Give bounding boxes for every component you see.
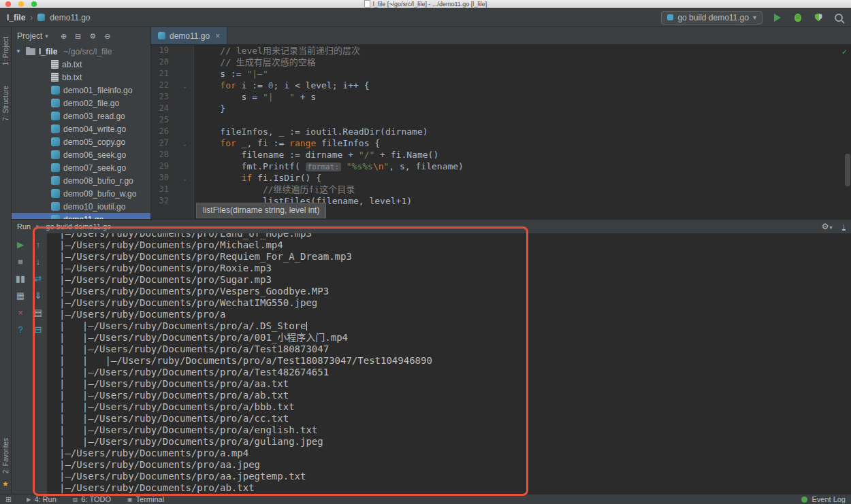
help-button[interactable]: ?	[18, 325, 22, 335]
console-line: | |—/Users/ruby/Documents/pro/a/Test4826…	[59, 367, 851, 378]
run-config-select[interactable]: go build demo11.go ▾	[661, 11, 762, 24]
settings-gear-icon[interactable]: ⚙▾	[822, 222, 833, 231]
tool-window-button-7-structure[interactable]: 7: Structure	[2, 86, 10, 121]
settings-gear-icon[interactable]: ⚙	[89, 33, 96, 40]
minimize-window-button[interactable]	[18, 1, 24, 7]
run-console[interactable]: |—/Users/ruby/Documents/pro/Land_of_Hope…	[47, 233, 851, 494]
restore-layout-button[interactable]: ▦	[16, 291, 25, 301]
tree-item-label: demo09_bufio_w.go	[63, 189, 136, 199]
console-line-text: |—/Users/ruby/Documents/pro/aa.jpegtemp.…	[59, 471, 306, 482]
play-icon	[774, 14, 781, 22]
6-todo-icon: ▨	[73, 497, 78, 503]
debug-button[interactable]	[792, 12, 803, 23]
fold-arrow-icon[interactable]: ›	[179, 144, 191, 147]
up-stack-trace-button[interactable]: ↑	[36, 240, 41, 250]
console-line: |—/Users/ruby/Documents/pro/Roxie.mp3	[59, 263, 851, 274]
tool-window-button-2-favorites[interactable]: 2: Favorites	[2, 438, 10, 473]
tree-item-label: demo10_ioutil.go	[63, 202, 125, 212]
console-line: | |—/Users/ruby/Documents/pro/a/bbb.txt	[59, 401, 851, 413]
dock-pinned-icon[interactable]: ↓	[842, 222, 846, 231]
coverage-button[interactable]	[813, 12, 824, 23]
down-stack-trace-button[interactable]: ↓	[36, 257, 41, 267]
console-line-text: | |—/Users/ruby/Documents/pro/a/guliang.…	[59, 436, 323, 447]
console-line: |—/Users/ruby/Documents/pro/Michael.mp4	[59, 239, 851, 251]
line-number: 26	[151, 126, 169, 137]
fold-arrow-icon[interactable]: ›	[179, 178, 191, 182]
code-text: }	[199, 103, 225, 114]
document-icon	[364, 0, 370, 7]
status-bar: ⊞ ▶4: Run▨6: TODO▣Terminal Event Log	[0, 494, 851, 504]
rerun-button[interactable]: ▶	[17, 240, 24, 250]
scroll-to-end-button[interactable]: ⇓	[35, 291, 42, 301]
clear-all-button[interactable]: ⊟	[35, 325, 42, 335]
tree-item-demo01-fileinfo-go[interactable]: demo01_fileinfo.go	[12, 84, 150, 97]
tree-item-label: demo04_write.go	[63, 124, 126, 134]
statusbar-item-terminal[interactable]: ▣Terminal	[127, 495, 164, 503]
tree-item-demo02-file-go[interactable]: demo02_file.go	[12, 97, 150, 110]
console-line-text: | |—/Users/ruby/Documents/pro/a/english.…	[59, 424, 317, 435]
console-line-text: | |—/Users/ruby/Documents/pro/a/Test1808…	[59, 343, 329, 354]
console-line-text: |—/Users/ruby/Documents/pro/WechatIMG550…	[59, 297, 317, 308]
console-line: | |—/Users/ruby/Documents/pro/a/guliang.…	[59, 436, 851, 448]
search-everywhere-button[interactable]	[833, 12, 844, 23]
tree-item-demo09-bufio-w-go[interactable]: demo09_bufio_w.go	[12, 187, 150, 200]
tool-window-switcher-icon[interactable]: ⊞	[5, 496, 12, 503]
close-tab-icon[interactable]: ×	[215, 31, 220, 41]
tree-item-demo03-read-go[interactable]: demo03_read.go	[12, 110, 150, 122]
tree-item-demo07-seek-go[interactable]: demo07_seek.go	[12, 161, 150, 174]
tool-window-button-1-project[interactable]: 1: Project	[2, 37, 10, 65]
toolbar-action-icons	[772, 12, 844, 23]
tree-item-label: demo08_bufio_r.go	[63, 176, 133, 186]
line-number: 22	[151, 80, 169, 91]
breadcrumb-project[interactable]: l_file	[7, 13, 25, 22]
tree-item-demo10-ioutil-go[interactable]: demo10_ioutil.go	[12, 200, 150, 213]
fold-arrow-icon[interactable]: ›	[179, 86, 191, 89]
go-file-icon	[51, 163, 60, 172]
close-window-button[interactable]	[5, 1, 11, 7]
line-number: 20	[151, 56, 169, 68]
line-number: 21	[151, 68, 169, 80]
statusbar-item-4-run[interactable]: ▶4: Run	[27, 495, 57, 503]
code-line: 26 fileInfos, _ := ioutil.ReadDir(dirnam…	[151, 126, 851, 137]
tree-item-bb-txt[interactable]: bb.txt	[12, 71, 150, 84]
code-text: s = "| " + s	[199, 91, 316, 103]
project-panel-title[interactable]: Project	[17, 31, 42, 41]
folder-icon	[26, 48, 35, 55]
tree-item-demo08-bufio-r-go[interactable]: demo08_bufio_r.go	[12, 174, 150, 187]
console-line: |—/Users/ruby/Documents/pro/ab.txt	[59, 482, 851, 494]
console-toolbar: ↑↓⇄⇓▤⊟	[29, 233, 47, 494]
breadcrumb-file[interactable]: demo11.go	[50, 13, 90, 22]
code-text: // 生成有层次感的空格	[199, 56, 316, 68]
tree-item-label: bb.txt	[62, 73, 82, 82]
tree-item-demo05-copy-go[interactable]: demo05_copy.go	[12, 135, 150, 148]
console-line: |—/Users/ruby/Documents/pro/Land_of_Hope…	[59, 233, 851, 239]
tab-demo11-go[interactable]: demo11.go ×	[151, 27, 227, 44]
print-button[interactable]: ▤	[34, 308, 42, 318]
code-line: 19 // level用来记录当前递归的层次	[151, 45, 851, 56]
close-button[interactable]: ×	[18, 308, 23, 318]
stop-button[interactable]: ■	[18, 257, 23, 267]
collapse-all-icon[interactable]: ⊟	[75, 33, 81, 40]
statusbar-item-6-todo[interactable]: ▨6: TODO	[73, 495, 111, 503]
chevron-down-icon[interactable]: ▾	[45, 33, 48, 39]
go-file-icon	[51, 176, 60, 185]
left-tool-strip: 1: Project7: Structure 2: Favorites ★	[0, 27, 12, 494]
event-log-button[interactable]: Event Log	[812, 495, 846, 503]
console-line-text: |—/Users/ruby/Documents/pro/Sugar.mp3	[59, 274, 272, 285]
tree-item-demo06-seek-go[interactable]: demo06_seek.go	[12, 148, 150, 161]
line-number: 32	[151, 195, 169, 207]
run-button[interactable]	[772, 12, 783, 23]
zoom-window-button[interactable]	[31, 1, 37, 7]
tree-item-ab-txt[interactable]: ab.txt	[12, 58, 150, 71]
console-line: |—/Users/ruby/Documents/pro/a.mp4	[59, 448, 851, 459]
tree-root-l-file[interactable]: ▼ l_file ~/go/src/l_file	[12, 45, 150, 58]
soft-wrap-button[interactable]: ⇄	[35, 274, 42, 284]
locate-file-icon[interactable]: ⊕	[61, 33, 67, 40]
run-process-tab[interactable]: go build demo11.go	[46, 222, 111, 231]
hide-panel-icon[interactable]: ⊖	[104, 33, 110, 40]
expand-arrow-icon[interactable]: ▼	[16, 48, 22, 54]
tree-item-demo04-write-go[interactable]: demo04_write.go	[12, 122, 150, 135]
tree-item-label: demo01_fileinfo.go	[63, 86, 132, 95]
editor-scrollbar[interactable]	[845, 154, 850, 186]
pause-button[interactable]: ▮▮	[16, 274, 25, 284]
